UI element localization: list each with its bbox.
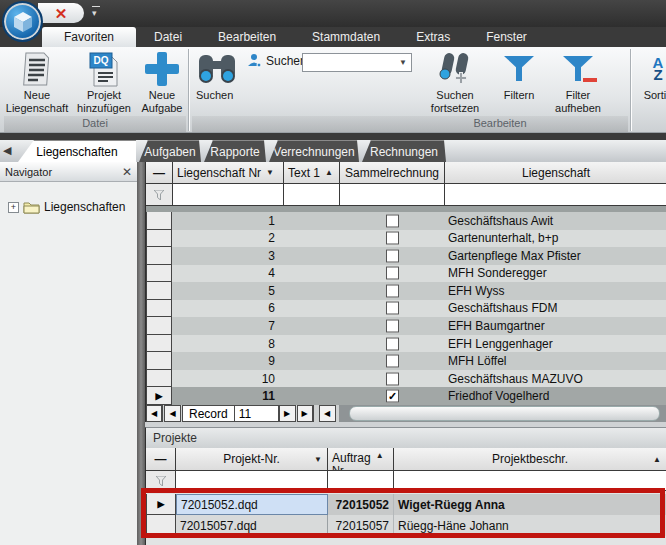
projekt-hinzufuegen-button[interactable]: DQ Projekt hinzufügen: [70, 49, 138, 115]
checkbox-checked[interactable]: ✓: [386, 390, 399, 403]
table-row[interactable]: 1Geschäftshaus Awit: [146, 212, 666, 230]
checkbox-unchecked[interactable]: [386, 320, 399, 333]
search-combobox[interactable]: ▼: [302, 53, 412, 72]
navigator-title: Navigator: [5, 166, 52, 178]
suchen-button[interactable]: Suchen: [196, 49, 250, 102]
tab-favoriten[interactable]: Favoriten: [42, 27, 136, 47]
filter-remove-icon: [563, 49, 593, 89]
checkbox-unchecked[interactable]: [386, 214, 399, 227]
filter-cell[interactable]: [146, 184, 173, 206]
tab-fenster[interactable]: Fenster: [468, 27, 545, 47]
project-nr-cell[interactable]: 72015052.dqd: [176, 494, 328, 515]
checkbox-unchecked[interactable]: [386, 355, 399, 368]
filter-cell[interactable]: [176, 471, 328, 491]
column-header-auftrag[interactable]: Auftrag Nr. ▲: [328, 448, 394, 471]
column-header-liegenschaft-nr[interactable]: Liegenschaft Nr ▼: [173, 162, 284, 184]
filter-cell[interactable]: [146, 471, 176, 491]
filter-cell[interactable]: [284, 184, 340, 206]
project-row[interactable]: 72015057.dqd 72015057 Rüegg-Häne Johann: [146, 515, 666, 536]
scroll-left-button[interactable]: ◀: [319, 405, 336, 422]
table-row[interactable]: 7EFH Baumgartner: [146, 317, 666, 335]
window-divider: [0, 133, 666, 140]
checkbox-unchecked[interactable]: [386, 232, 399, 245]
project-nr-cell[interactable]: 72015057.dqd: [176, 515, 328, 536]
tab-stammdaten[interactable]: Stammdaten: [294, 27, 398, 47]
last-record-button[interactable]: ▶: [297, 405, 314, 422]
dropdown-icon[interactable]: ▼: [314, 455, 322, 464]
column-header-liegenschaft[interactable]: Liegenschaft: [445, 162, 666, 184]
tab-extras[interactable]: Extras: [398, 27, 468, 47]
filter-cell[interactable]: [445, 184, 666, 206]
checkbox-unchecked[interactable]: [386, 302, 399, 315]
filter-cell[interactable]: [340, 184, 445, 206]
checkbox-unchecked[interactable]: [386, 249, 399, 262]
quick-access-dropdown[interactable]: ▾: [92, 6, 100, 18]
tree-item-liegenschaften[interactable]: + Liegenschaften: [8, 200, 137, 214]
projektbeschr-cell[interactable]: Rüegg-Häne Johann: [394, 515, 666, 536]
table-row[interactable]: 2Gartenunterhalt, b+p: [146, 230, 666, 248]
table-row-selected[interactable]: ▶ 11 ✓ Friedhof Vogelherd: [146, 387, 666, 405]
column-header-projekt-nr[interactable]: Projekt-Nr. ▼: [176, 448, 328, 471]
checkbox-unchecked[interactable]: [386, 337, 399, 350]
column-header-text1[interactable]: Text 1 ▲: [284, 162, 340, 184]
scrollbar-thumb[interactable]: [349, 406, 660, 421]
tab-datei[interactable]: Datei: [136, 27, 200, 47]
row-arrow-icon: ▶: [156, 391, 163, 401]
panel-splitter[interactable]: [137, 162, 145, 545]
table-row[interactable]: 3Gartenpflege Max Pfister: [146, 247, 666, 265]
table-row[interactable]: 10Geschäftshaus MAZUVO: [146, 370, 666, 388]
cube-icon: [12, 11, 34, 33]
mini-suchen[interactable]: Suchen: [247, 53, 307, 68]
table-row[interactable]: 6Geschäftshaus FDM: [146, 300, 666, 318]
dropdown-icon[interactable]: ▼: [266, 168, 274, 177]
filter-funnel-icon: [154, 190, 164, 200]
quick-access-toolbar[interactable]: ✕: [38, 3, 84, 23]
expand-icon[interactable]: +: [8, 202, 19, 213]
filter-cell[interactable]: [394, 471, 666, 491]
filter-cell[interactable]: [173, 184, 284, 206]
tab-liegenschaften[interactable]: Liegenschaften: [18, 140, 136, 162]
checkbox-unchecked[interactable]: [386, 267, 399, 280]
group-separator: [630, 49, 632, 131]
suchen-fortsetzen-button[interactable]: Suchen fortsetzen: [420, 49, 490, 115]
table-row[interactable]: 4MFH Sonderegger: [146, 265, 666, 283]
group-separator: [188, 49, 190, 131]
sort-asc-icon: ▲: [653, 455, 661, 464]
next-record-button[interactable]: ▶: [279, 405, 296, 422]
table-row[interactable]: 5EFH Wyss: [146, 282, 666, 300]
table-row[interactable]: 8EFH Lenggenhager: [146, 335, 666, 353]
record-navigator: ◀ ◀ Record 11 ▶ ▶ ◀: [145, 405, 666, 422]
table-row[interactable]: 9MFH Löffel: [146, 352, 666, 370]
ribbon-group-bearbeiten: Suchen Suchen ▼: [192, 47, 628, 132]
column-header-projektbeschr[interactable]: Projektbeschr. ▲: [394, 448, 666, 471]
filter-cell[interactable]: [328, 471, 394, 491]
application-menu-button[interactable]: [2, 1, 43, 42]
filter-aufheben-button[interactable]: Filter aufheben: [548, 49, 608, 115]
close-icon[interactable]: ✕: [55, 6, 68, 21]
checkbox-unchecked[interactable]: [386, 284, 399, 297]
projektbeschr-cell[interactable]: Wiget-Rüegg Anna: [394, 494, 666, 515]
collapse-column-header[interactable]: —: [146, 162, 173, 184]
sortieren-button[interactable]: AZ Sortie: [636, 49, 666, 102]
tab-rapporte[interactable]: Rapporte: [204, 140, 266, 162]
project-row-selected[interactable]: ▶ 72015052.dqd 72015052 Wiget-Rüegg Anna: [146, 494, 666, 515]
filtern-button[interactable]: Filtern: [494, 49, 544, 102]
checkbox-unchecked[interactable]: [386, 372, 399, 385]
neue-aufgabe-button[interactable]: Neue Aufgabe: [138, 49, 186, 115]
tab-aufgaben[interactable]: Aufgaben: [139, 140, 201, 162]
tab-bearbeiten[interactable]: Bearbeiten: [200, 27, 294, 47]
auftrag-cell[interactable]: 72015057: [328, 515, 394, 536]
tab-verrechnungen[interactable]: Verrechnungen: [269, 140, 359, 162]
first-record-button[interactable]: ◀: [146, 405, 163, 422]
close-icon[interactable]: ✕: [122, 165, 132, 179]
neue-liegenschaft-button[interactable]: Neue Liegenschaft: [8, 49, 66, 115]
prev-record-button[interactable]: ◀: [164, 405, 181, 422]
collapse-column-header[interactable]: —: [146, 448, 176, 471]
column-header-sammelrechnung[interactable]: Sammelrechnung: [340, 162, 445, 184]
horizontal-scrollbar[interactable]: [339, 405, 666, 422]
navigator-panel: Navigator ✕ + Liegenschaften: [0, 162, 137, 545]
tab-rechnungen[interactable]: Rechnungen: [362, 140, 446, 162]
tab-scroll-left-icon[interactable]: ◀: [3, 144, 11, 157]
folder-icon: [23, 201, 40, 214]
auftrag-cell[interactable]: 72015052: [328, 494, 394, 515]
